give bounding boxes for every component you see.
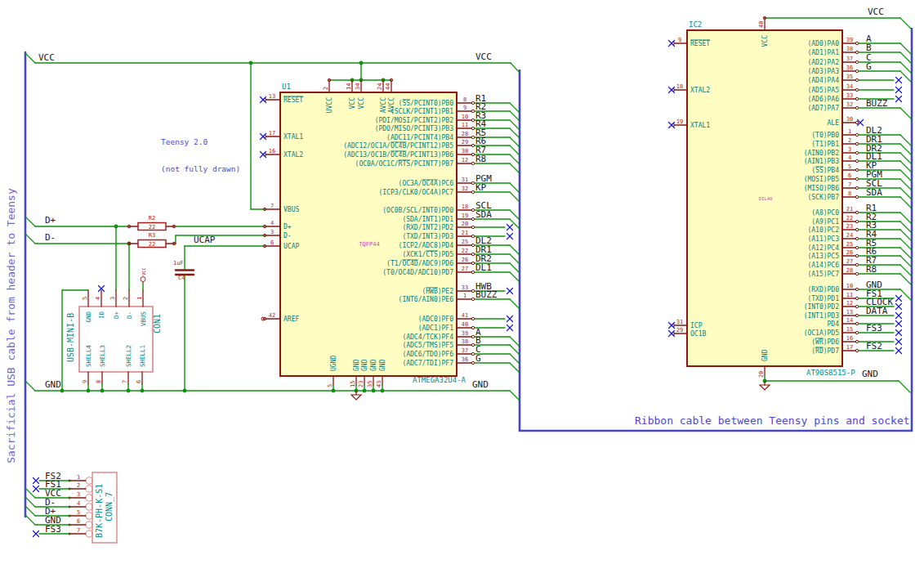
pin-number: 8 [463, 96, 466, 103]
wire-end-circle [86, 486, 92, 492]
wire-end-circle [471, 226, 474, 228]
bus-entry [510, 120, 520, 130]
wire-end-circle [855, 133, 858, 136]
wire-end-circle [855, 297, 858, 299]
pin-number: 18 [676, 83, 683, 90]
pin-number: 36 [462, 356, 468, 363]
pin-number: 11 [462, 122, 468, 128]
resistor-R2[interactable]: R222 [127, 215, 176, 231]
pin-number: 3 [77, 491, 80, 498]
pin-name: AVCC [380, 97, 387, 113]
wire-end-circle [855, 78, 858, 81]
pin-number: 7 [848, 181, 851, 188]
pin-name: (SS/PCINT0)PB0 [399, 100, 454, 107]
pin-number: 28 [462, 131, 468, 137]
power-flag-vcc[interactable]: VCC [141, 267, 146, 290]
pin-number: 1 [136, 297, 143, 300]
net-label: BUZZ [866, 98, 888, 109]
wire-end-circle [855, 97, 858, 100]
gnd-symbol-icon [351, 395, 361, 400]
pin-name: RESET [690, 40, 710, 47]
net-label: FS3 [45, 524, 61, 535]
pin-name: UGND [330, 356, 337, 371]
net-label: GND [45, 379, 61, 390]
net-label: SDA [866, 187, 882, 198]
wire-end-circle [855, 195, 858, 198]
wire-end-circle [855, 237, 858, 239]
schematic-canvas[interactable]: U1TQFP44ATMEGA32U4-A13RESET17XTAL116XTAL… [0, 0, 924, 564]
bus-entry [510, 154, 520, 164]
pin-number: 22 [462, 248, 468, 254]
wire-end-circle [855, 159, 858, 162]
ic-IC2[interactable]: IC2DIL40AT90S8515-P9RESET18XTAL219XTAL13… [669, 18, 913, 381]
pin-name: PD4 [828, 320, 840, 328]
pin-number: 7 [77, 527, 80, 534]
bus-entry [510, 111, 520, 121]
wire-end-circle [855, 69, 858, 72]
pin-name: GND [85, 311, 92, 323]
connector-CON1[interactable]: USB-MINI-BCON15GND4ID3D+2D-1VBUS9SHELL48… [66, 290, 162, 391]
pin-number: 39 [846, 37, 853, 43]
pin-number: 41 [462, 312, 468, 319]
pin-number: 12 [846, 300, 853, 307]
resistor-R3[interactable]: R322 [127, 232, 176, 248]
pin-name: (SCLK/PCINT1)PB1 [391, 108, 453, 115]
pin-name: D+ [283, 223, 292, 231]
pin-number: 29 [462, 139, 468, 145]
pin-name: (A14)PC6 [807, 262, 839, 269]
bus-entry [900, 52, 912, 64]
pin-number: 21 [846, 206, 853, 213]
wire-end-circle [471, 208, 474, 211]
capacitor-C4[interactable]: 1uFC4 [173, 260, 194, 281]
pin-number: 31 [676, 319, 683, 325]
pin-number: 14 [846, 317, 853, 324]
schematic-drawing[interactable]: U1TQFP44ATMEGA32U4-A13RESET17XTAL116XTAL… [0, 0, 924, 564]
pin-name: D+ [113, 311, 120, 320]
pin-name: (INT6/AIN0)PE6 [399, 296, 454, 303]
ic-U1[interactable]: U1TQFP44ATMEGA32U4-A13RESET17XTAL116XTAL… [261, 80, 520, 391]
bus-entry [900, 289, 912, 301]
pin-name: GND [379, 359, 386, 371]
wire-end-circle [855, 263, 858, 266]
pin-name: (PDO/MISO/PCINT3)PB3 [375, 125, 454, 132]
pin-number: 8 [848, 190, 851, 197]
pin-name: (SDA/INT1)PD1 [402, 216, 453, 223]
bus-entry [900, 108, 912, 119]
bus-entry [510, 163, 520, 173]
wire-end-circle [855, 106, 858, 109]
wire-end-circle [141, 277, 145, 282]
pin-number: 34 [355, 83, 361, 90]
pin-number: 3 [109, 297, 116, 300]
pin-number: 4 [270, 220, 274, 226]
connector-CONN_7[interactable]: B7K-PH-K-S1CONN_71FS22FS13VCC4D-5D+6GND7… [25, 471, 117, 544]
wire-end-circle [471, 136, 474, 138]
pin-number: 4 [848, 154, 851, 161]
pin-number: 13 [269, 93, 275, 100]
pin-name: ICP [690, 322, 703, 329]
wire-end-circle [855, 168, 858, 171]
wire-end-circle [471, 244, 474, 246]
net-label: R8 [475, 154, 486, 164]
net-label: D+ [45, 215, 56, 226]
pin-name: (ADC6/TDO)PF6 [402, 351, 453, 358]
bus-entry [25, 515, 35, 525]
pin-name: (TXD)PD1 [807, 295, 839, 302]
pin-number: 24 [846, 232, 853, 239]
pin-name: (AD7)PA7 [807, 105, 839, 112]
pin-number: 3 [848, 146, 851, 153]
pin-name: ALE [828, 119, 840, 127]
pin-number: 17 [846, 344, 853, 351]
wire-end-circle [855, 51, 858, 53]
net-label: GND [472, 379, 489, 390]
pin-number: 27 [462, 266, 468, 272]
pin-name: (T0)PB0 [811, 132, 839, 139]
bus-entry [900, 43, 912, 55]
bus-entry [900, 213, 912, 224]
pin-name: (OC0A/OC1C/RTS/PCINT7)PB7 [355, 160, 454, 168]
pin-number: 20 [462, 221, 468, 227]
bus-entry [25, 381, 35, 391]
capacitor-value: 1uF [173, 260, 184, 266]
pin-name: (ADC5/TMS)PF5 [402, 342, 453, 349]
pin-number: 20 [758, 371, 765, 378]
wire-end-circle [855, 272, 858, 275]
